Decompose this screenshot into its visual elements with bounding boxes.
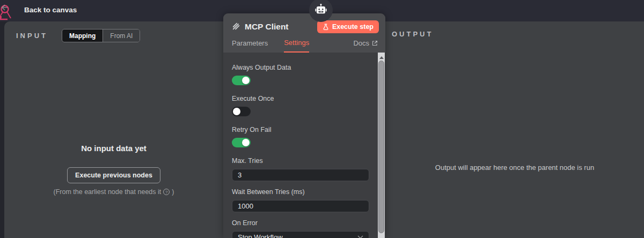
back-arrow-icon[interactable] bbox=[0, 3, 9, 12]
output-panel-title: OUTPUT bbox=[392, 30, 433, 38]
on-error-select[interactable]: Stop Workflow bbox=[232, 231, 369, 238]
setting-on-error: On Error Stop Workflow bbox=[232, 219, 369, 238]
execute-once-toggle[interactable] bbox=[232, 107, 251, 116]
tab-from-ai[interactable]: From AI bbox=[103, 29, 140, 42]
input-empty-state: No input data yet Execute previous nodes… bbox=[4, 144, 223, 196]
external-link-icon bbox=[372, 40, 378, 46]
execute-step-label: Execute step bbox=[332, 23, 374, 31]
dialog-tabs: Parameters Settings Docs bbox=[231, 39, 379, 53]
output-empty-hint: Output will appear here once the parent … bbox=[422, 163, 608, 172]
robot-icon bbox=[314, 3, 328, 17]
execute-previous-nodes-button[interactable]: Execute previous nodes bbox=[67, 167, 160, 183]
scroll-up-button[interactable] bbox=[378, 54, 385, 59]
node-title: MCP Client bbox=[245, 22, 289, 32]
setting-execute-once: Execute Once bbox=[232, 95, 369, 116]
always-output-data-toggle[interactable] bbox=[232, 76, 251, 85]
input-mode-switch: Mapping From AI bbox=[62, 29, 140, 42]
input-panel-title: INPUT bbox=[16, 32, 48, 40]
docs-label: Docs bbox=[353, 39, 369, 47]
settings-form: Always Output Data Execute Once Retry On… bbox=[223, 53, 385, 238]
tab-docs[interactable]: Docs bbox=[353, 39, 378, 53]
setting-label: Retry On Fail bbox=[232, 126, 369, 133]
question-circle-icon[interactable]: ? bbox=[163, 189, 170, 195]
wait-between-tries-input[interactable] bbox=[232, 200, 369, 212]
toggle-knob bbox=[233, 108, 240, 115]
setting-label: On Error bbox=[232, 219, 369, 227]
execute-step-button[interactable]: Execute step bbox=[317, 20, 379, 33]
output-panel: OUTPUT Output will appear here once the … bbox=[385, 21, 644, 238]
setting-max-tries: Max. Tries bbox=[232, 157, 369, 181]
toggle-knob bbox=[242, 77, 250, 84]
dialog-header: MCP Client Execute step Parameters Setti… bbox=[223, 13, 385, 53]
node-settings-dialog: MCP Client Execute step Parameters Setti… bbox=[223, 13, 385, 238]
chevron-down-icon bbox=[357, 235, 363, 238]
no-input-data-text: No input data yet bbox=[81, 144, 147, 153]
setting-wait-between-tries: Wait Between Tries (ms) bbox=[232, 188, 369, 212]
scrollbar-thumb[interactable] bbox=[378, 61, 384, 233]
setting-always-output-data: Always Output Data bbox=[232, 64, 369, 85]
mcp-logo-icon bbox=[231, 22, 240, 32]
setting-label: Always Output Data bbox=[232, 64, 369, 71]
max-tries-input[interactable] bbox=[232, 169, 369, 181]
toggle-knob bbox=[242, 139, 250, 146]
setting-retry-on-fail: Retry On Fail bbox=[232, 126, 369, 147]
on-error-value: Stop Workflow bbox=[238, 233, 283, 238]
setting-label: Wait Between Tries (ms) bbox=[232, 188, 369, 196]
input-panel: INPUT Mapping From AI No input data yet … bbox=[4, 21, 223, 238]
input-hint: (From the earliest node that needs it ? … bbox=[54, 188, 174, 196]
tab-mapping[interactable]: Mapping bbox=[62, 29, 103, 42]
tab-settings[interactable]: Settings bbox=[284, 39, 309, 53]
tab-parameters[interactable]: Parameters bbox=[232, 39, 268, 53]
dialog-scrollbar[interactable] bbox=[378, 53, 385, 238]
flask-icon bbox=[323, 24, 329, 31]
back-to-canvas-link[interactable]: Back to canvas bbox=[24, 6, 77, 14]
setting-label: Max. Tries bbox=[232, 157, 369, 165]
retry-on-fail-toggle[interactable] bbox=[232, 138, 251, 147]
input-hint-suffix: ) bbox=[172, 188, 174, 196]
setting-label: Execute Once bbox=[232, 95, 369, 102]
input-hint-text: (From the earliest node that needs it bbox=[54, 188, 162, 196]
